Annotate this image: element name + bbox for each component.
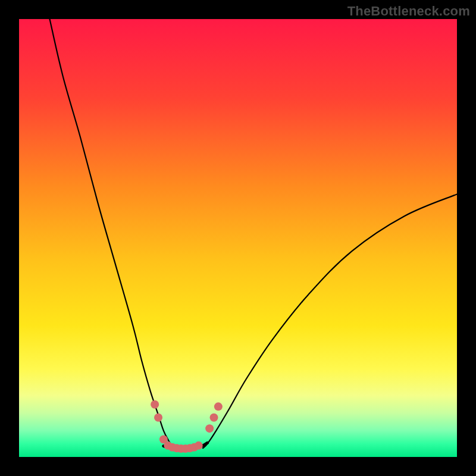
gradient-background: [19, 19, 457, 457]
marker-point: [205, 424, 214, 433]
marker-point: [151, 400, 159, 409]
watermark-text: TheBottleneck.com: [347, 4, 470, 19]
marker-point: [195, 441, 203, 450]
marker-point: [214, 402, 223, 411]
plot-area: [19, 19, 457, 457]
chart-frame: TheBottleneck.com: [0, 0, 476, 476]
chart-svg: [19, 19, 457, 457]
marker-point: [154, 414, 162, 422]
marker-point: [210, 414, 218, 422]
